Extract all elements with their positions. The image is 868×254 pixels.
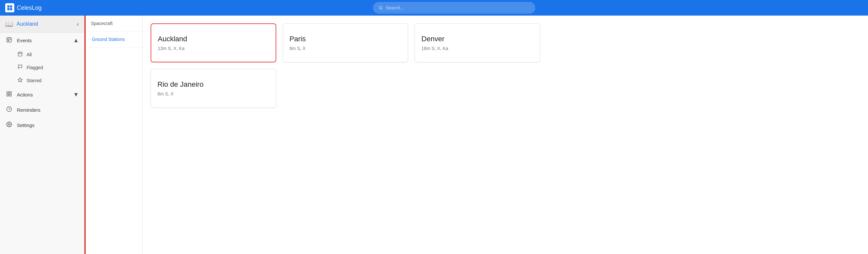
search-bar[interactable] <box>373 2 535 13</box>
all-icon <box>17 51 23 58</box>
ground-stations-grid: Auckland 13m S, X, Ka Paris 8m S, X Denv… <box>151 23 540 108</box>
star-icon <box>17 77 23 84</box>
sidebar-actions-arrow: ▼ <box>73 91 79 98</box>
sidebar-events-section: Events ▲ All Flagged Starred <box>0 33 84 87</box>
logo-text: CelesLog <box>17 4 41 11</box>
content-area: Auckland 13m S, X, Ka Paris 8m S, X Denv… <box>143 16 868 254</box>
card-rio-name: Rio de Janeiro <box>157 80 270 89</box>
search-icon <box>378 5 383 10</box>
svg-rect-18 <box>7 94 8 96</box>
svg-rect-16 <box>10 92 11 93</box>
sidebar-reminders-label: Reminders <box>17 107 79 113</box>
card-rio-specs: 8m S, X <box>157 91 270 96</box>
svg-rect-2 <box>7 8 10 10</box>
actions-icon <box>5 91 13 98</box>
sidebar-project-title: Auckland <box>17 21 74 27</box>
sidebar-item-events[interactable]: Events ▲ <box>0 33 84 48</box>
sidebar-events-arrow: ▲ <box>73 37 79 44</box>
card-denver[interactable]: Denver 18m S, X, Ka <box>414 23 540 62</box>
sidebar-starred-label: Starred <box>27 78 41 83</box>
nav-panel: Spacecraft Ground Stations <box>84 16 143 254</box>
sidebar-item-all[interactable]: All <box>0 48 84 61</box>
svg-rect-15 <box>7 92 8 93</box>
svg-rect-1 <box>10 5 12 8</box>
card-denver-specs: 18m S, X, Ka <box>421 46 533 51</box>
sidebar-item-flagged[interactable]: Flagged <box>0 61 84 74</box>
flag-icon <box>17 64 23 71</box>
sidebar-header: 📖 Auckland ‹ <box>0 16 84 33</box>
search-input[interactable] <box>385 5 530 10</box>
red-indicator <box>84 16 86 254</box>
sidebar-item-reminders[interactable]: Reminders <box>0 102 84 118</box>
svg-rect-0 <box>7 5 10 8</box>
card-auckland[interactable]: Auckland 13m S, X, Ka <box>151 23 276 62</box>
svg-rect-17 <box>10 94 11 96</box>
settings-icon <box>5 121 13 129</box>
sidebar-item-starred[interactable]: Starred <box>0 74 84 87</box>
sidebar-book-icon: 📖 <box>5 20 13 28</box>
sidebar-events-label: Events <box>17 38 69 43</box>
app-logo: CelesLog <box>5 3 41 12</box>
app-header: CelesLog <box>0 0 868 16</box>
sidebar-all-label: All <box>27 52 32 57</box>
svg-rect-8 <box>8 40 9 41</box>
sidebar-flagged-label: Flagged <box>27 65 43 70</box>
card-paris[interactable]: Paris 8m S, X <box>283 23 408 62</box>
sidebar-item-actions[interactable]: Actions ▼ <box>0 87 84 102</box>
svg-rect-3 <box>10 8 12 10</box>
card-denver-name: Denver <box>421 35 533 43</box>
svg-rect-9 <box>18 52 22 56</box>
sidebar-settings-label: Settings <box>17 122 79 128</box>
logo-icon <box>5 3 14 12</box>
sidebar-collapse-button[interactable]: ‹ <box>77 21 79 28</box>
card-rio[interactable]: Rio de Janeiro 8m S, X <box>151 69 276 108</box>
nav-spacecraft[interactable]: Spacecraft <box>84 16 143 31</box>
reminders-icon <box>5 106 13 114</box>
svg-marker-14 <box>18 78 22 82</box>
card-paris-name: Paris <box>289 35 402 43</box>
sidebar-actions-label: Actions <box>17 92 69 97</box>
card-paris-specs: 8m S, X <box>289 46 402 51</box>
card-auckland-specs: 13m S, X, Ka <box>158 46 269 51</box>
nav-ground-stations[interactable]: Ground Stations <box>84 31 143 48</box>
sidebar-item-settings[interactable]: Settings <box>0 118 84 133</box>
main-container: 📖 Auckland ‹ Events ▲ All <box>0 16 868 254</box>
svg-point-20 <box>8 124 10 125</box>
sidebar: 📖 Auckland ‹ Events ▲ All <box>0 16 84 254</box>
events-icon <box>5 37 13 44</box>
card-auckland-name: Auckland <box>158 35 269 43</box>
